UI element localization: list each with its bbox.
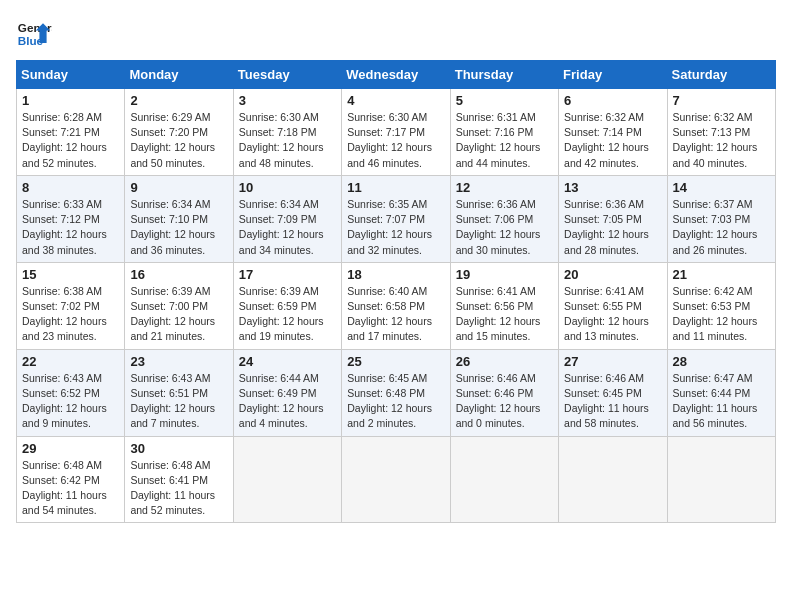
day-info: Sunrise: 6:36 AM Sunset: 7:05 PM Dayligh… [564,197,661,258]
calendar-cell: 5Sunrise: 6:31 AM Sunset: 7:16 PM Daylig… [450,89,558,176]
day-number: 25 [347,354,444,369]
day-number: 12 [456,180,553,195]
day-info: Sunrise: 6:48 AM Sunset: 6:41 PM Dayligh… [130,458,227,519]
logo-icon: General Blue [16,16,52,52]
day-info: Sunrise: 6:46 AM Sunset: 6:45 PM Dayligh… [564,371,661,432]
calendar-cell: 3Sunrise: 6:30 AM Sunset: 7:18 PM Daylig… [233,89,341,176]
day-info: Sunrise: 6:42 AM Sunset: 6:53 PM Dayligh… [673,284,770,345]
day-number: 18 [347,267,444,282]
day-info: Sunrise: 6:45 AM Sunset: 6:48 PM Dayligh… [347,371,444,432]
day-info: Sunrise: 6:33 AM Sunset: 7:12 PM Dayligh… [22,197,119,258]
calendar-week-row: 15Sunrise: 6:38 AM Sunset: 7:02 PM Dayli… [17,262,776,349]
day-number: 7 [673,93,770,108]
day-info: Sunrise: 6:31 AM Sunset: 7:16 PM Dayligh… [456,110,553,171]
logo: General Blue [16,16,52,52]
day-number: 10 [239,180,336,195]
day-number: 23 [130,354,227,369]
day-info: Sunrise: 6:29 AM Sunset: 7:20 PM Dayligh… [130,110,227,171]
calendar-cell: 20Sunrise: 6:41 AM Sunset: 6:55 PM Dayli… [559,262,667,349]
calendar-cell [450,436,558,523]
page-header: General Blue [16,16,776,52]
weekday-header-tuesday: Tuesday [233,61,341,89]
calendar-cell: 1Sunrise: 6:28 AM Sunset: 7:21 PM Daylig… [17,89,125,176]
day-info: Sunrise: 6:30 AM Sunset: 7:17 PM Dayligh… [347,110,444,171]
day-number: 26 [456,354,553,369]
day-info: Sunrise: 6:39 AM Sunset: 7:00 PM Dayligh… [130,284,227,345]
weekday-header-monday: Monday [125,61,233,89]
day-number: 16 [130,267,227,282]
calendar-cell: 7Sunrise: 6:32 AM Sunset: 7:13 PM Daylig… [667,89,775,176]
day-info: Sunrise: 6:41 AM Sunset: 6:56 PM Dayligh… [456,284,553,345]
day-number: 1 [22,93,119,108]
calendar-week-row: 22Sunrise: 6:43 AM Sunset: 6:52 PM Dayli… [17,349,776,436]
calendar-cell: 27Sunrise: 6:46 AM Sunset: 6:45 PM Dayli… [559,349,667,436]
calendar-cell: 4Sunrise: 6:30 AM Sunset: 7:17 PM Daylig… [342,89,450,176]
calendar-table: SundayMondayTuesdayWednesdayThursdayFrid… [16,60,776,523]
day-info: Sunrise: 6:28 AM Sunset: 7:21 PM Dayligh… [22,110,119,171]
calendar-cell: 26Sunrise: 6:46 AM Sunset: 6:46 PM Dayli… [450,349,558,436]
calendar-cell: 6Sunrise: 6:32 AM Sunset: 7:14 PM Daylig… [559,89,667,176]
day-info: Sunrise: 6:40 AM Sunset: 6:58 PM Dayligh… [347,284,444,345]
calendar-cell: 11Sunrise: 6:35 AM Sunset: 7:07 PM Dayli… [342,175,450,262]
day-number: 22 [22,354,119,369]
day-number: 29 [22,441,119,456]
calendar-week-row: 29Sunrise: 6:48 AM Sunset: 6:42 PM Dayli… [17,436,776,523]
calendar-cell: 13Sunrise: 6:36 AM Sunset: 7:05 PM Dayli… [559,175,667,262]
calendar-cell: 30Sunrise: 6:48 AM Sunset: 6:41 PM Dayli… [125,436,233,523]
day-number: 21 [673,267,770,282]
calendar-week-row: 8Sunrise: 6:33 AM Sunset: 7:12 PM Daylig… [17,175,776,262]
day-number: 19 [456,267,553,282]
calendar-cell: 17Sunrise: 6:39 AM Sunset: 6:59 PM Dayli… [233,262,341,349]
day-number: 11 [347,180,444,195]
day-number: 30 [130,441,227,456]
day-info: Sunrise: 6:37 AM Sunset: 7:03 PM Dayligh… [673,197,770,258]
calendar-cell: 10Sunrise: 6:34 AM Sunset: 7:09 PM Dayli… [233,175,341,262]
day-info: Sunrise: 6:43 AM Sunset: 6:52 PM Dayligh… [22,371,119,432]
calendar-cell: 2Sunrise: 6:29 AM Sunset: 7:20 PM Daylig… [125,89,233,176]
day-info: Sunrise: 6:41 AM Sunset: 6:55 PM Dayligh… [564,284,661,345]
day-info: Sunrise: 6:36 AM Sunset: 7:06 PM Dayligh… [456,197,553,258]
day-number: 14 [673,180,770,195]
calendar-cell: 25Sunrise: 6:45 AM Sunset: 6:48 PM Dayli… [342,349,450,436]
calendar-cell [342,436,450,523]
day-number: 17 [239,267,336,282]
day-info: Sunrise: 6:30 AM Sunset: 7:18 PM Dayligh… [239,110,336,171]
day-number: 20 [564,267,661,282]
calendar-body: 1Sunrise: 6:28 AM Sunset: 7:21 PM Daylig… [17,89,776,523]
day-number: 6 [564,93,661,108]
weekday-header-saturday: Saturday [667,61,775,89]
day-number: 9 [130,180,227,195]
day-info: Sunrise: 6:39 AM Sunset: 6:59 PM Dayligh… [239,284,336,345]
day-info: Sunrise: 6:44 AM Sunset: 6:49 PM Dayligh… [239,371,336,432]
calendar-cell: 18Sunrise: 6:40 AM Sunset: 6:58 PM Dayli… [342,262,450,349]
calendar-week-row: 1Sunrise: 6:28 AM Sunset: 7:21 PM Daylig… [17,89,776,176]
day-info: Sunrise: 6:47 AM Sunset: 6:44 PM Dayligh… [673,371,770,432]
weekday-header-friday: Friday [559,61,667,89]
weekday-header-wednesday: Wednesday [342,61,450,89]
day-number: 28 [673,354,770,369]
day-number: 8 [22,180,119,195]
day-number: 5 [456,93,553,108]
calendar-cell: 8Sunrise: 6:33 AM Sunset: 7:12 PM Daylig… [17,175,125,262]
calendar-cell [667,436,775,523]
calendar-cell [233,436,341,523]
day-number: 15 [22,267,119,282]
calendar-cell: 21Sunrise: 6:42 AM Sunset: 6:53 PM Dayli… [667,262,775,349]
calendar-cell: 16Sunrise: 6:39 AM Sunset: 7:00 PM Dayli… [125,262,233,349]
calendar-cell: 14Sunrise: 6:37 AM Sunset: 7:03 PM Dayli… [667,175,775,262]
day-info: Sunrise: 6:48 AM Sunset: 6:42 PM Dayligh… [22,458,119,519]
calendar-header-row: SundayMondayTuesdayWednesdayThursdayFrid… [17,61,776,89]
day-info: Sunrise: 6:34 AM Sunset: 7:10 PM Dayligh… [130,197,227,258]
day-number: 27 [564,354,661,369]
day-number: 24 [239,354,336,369]
calendar-cell: 29Sunrise: 6:48 AM Sunset: 6:42 PM Dayli… [17,436,125,523]
day-info: Sunrise: 6:43 AM Sunset: 6:51 PM Dayligh… [130,371,227,432]
day-info: Sunrise: 6:46 AM Sunset: 6:46 PM Dayligh… [456,371,553,432]
calendar-cell: 12Sunrise: 6:36 AM Sunset: 7:06 PM Dayli… [450,175,558,262]
day-number: 3 [239,93,336,108]
calendar-cell: 19Sunrise: 6:41 AM Sunset: 6:56 PM Dayli… [450,262,558,349]
day-info: Sunrise: 6:34 AM Sunset: 7:09 PM Dayligh… [239,197,336,258]
calendar-cell: 28Sunrise: 6:47 AM Sunset: 6:44 PM Dayli… [667,349,775,436]
calendar-cell: 24Sunrise: 6:44 AM Sunset: 6:49 PM Dayli… [233,349,341,436]
day-info: Sunrise: 6:32 AM Sunset: 7:14 PM Dayligh… [564,110,661,171]
